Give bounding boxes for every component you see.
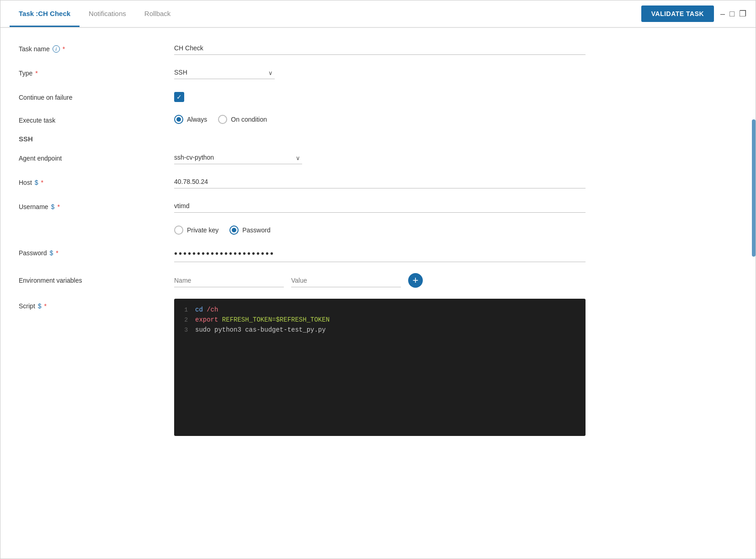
password-input[interactable] — [174, 246, 586, 262]
script-line-2: 2 export REFRESH_TOKEN=$REFRESH_TOKEN — [179, 316, 581, 323]
password-control — [174, 246, 586, 262]
plus-icon: + — [413, 275, 419, 285]
line-number-1: 1 — [179, 306, 188, 313]
type-control: SSH Shell Python ∨ — [174, 66, 586, 79]
type-row: Type * SSH Shell Python ∨ — [19, 66, 737, 79]
username-control — [174, 199, 586, 213]
add-env-variable-button[interactable]: + — [408, 273, 423, 288]
script-label: Script $ * — [19, 299, 174, 310]
restore-button[interactable]: □ — [729, 9, 735, 19]
execute-condition-radio[interactable] — [218, 115, 227, 124]
auth-private-key-radio[interactable] — [174, 226, 183, 235]
export-cmd: export — [195, 316, 218, 323]
agent-endpoint-label: Agent endpoint — [19, 151, 174, 162]
env-name-input[interactable] — [174, 274, 284, 287]
script-row: Script $ * 1 cd /ch 2 — [19, 299, 737, 436]
username-input[interactable] — [174, 199, 586, 213]
line-number-2: 2 — [179, 317, 188, 323]
tab-task[interactable]: Task :CH Check — [10, 1, 80, 27]
env-value-input[interactable] — [291, 274, 401, 287]
execute-always-radio[interactable] — [174, 115, 183, 124]
agent-endpoint-select[interactable]: ssh-cv-python ssh-prod ssh-dev — [174, 151, 302, 164]
auth-private-key-label: Private key — [187, 226, 218, 234]
agent-endpoint-select-wrap: ssh-cv-python ssh-prod ssh-dev ∨ — [174, 151, 302, 164]
ssh-section-heading: SSH — [19, 135, 737, 143]
tab-task-label: Task :CH Check — [19, 10, 70, 17]
auth-type-control: Private key Password — [174, 224, 586, 235]
checkbox-checked[interactable]: ✓ — [174, 92, 184, 102]
minimize-button[interactable]: – — [720, 9, 725, 19]
script-dollar-icon: $ — [38, 302, 42, 310]
auth-password-radio[interactable] — [229, 226, 239, 235]
auth-type-row: Private key Password — [19, 224, 737, 235]
continue-failure-checkbox[interactable]: ✓ — [174, 90, 586, 102]
password-dollar-icon: $ — [49, 249, 53, 257]
code-line-3-content: sudo python3 cas-budget-test_py.py — [195, 326, 326, 333]
execute-task-row: Execute task Always On condition — [19, 113, 737, 124]
auth-type-label — [19, 224, 174, 227]
auth-password-label: Password — [242, 226, 270, 234]
tab-rollback-label: Rollback — [144, 10, 171, 17]
username-label: Username $ * — [19, 199, 174, 210]
tab-bar: Task :CH Check Notifications Rollback VA… — [0, 0, 756, 28]
script-required: * — [44, 302, 47, 310]
task-name-required: * — [63, 45, 65, 53]
host-dollar-icon: $ — [35, 179, 38, 186]
task-name-row: Task name i * — [19, 42, 737, 55]
continue-failure-control: ✓ — [174, 90, 586, 102]
script-line-3: 3 sudo python3 cas-budget-test_py.py — [179, 326, 581, 333]
type-label: Type * — [19, 66, 174, 77]
username-required: * — [57, 203, 59, 210]
env-variables-row-inputs: + — [174, 273, 586, 288]
type-select[interactable]: SSH Shell Python — [174, 66, 275, 79]
task-name-info-icon: i — [53, 45, 60, 53]
host-input[interactable] — [174, 175, 586, 188]
task-name-control — [174, 42, 586, 55]
script-control: 1 cd /ch 2 export REFRESH_TOKEN=$REFRES — [174, 299, 586, 436]
password-label: Password $ * — [19, 246, 174, 257]
cd-cmd: cd — [195, 306, 203, 313]
continue-failure-label: Continue on failure — [19, 90, 174, 101]
form-content: Task name i * Type * SSH Shell Python — [0, 28, 756, 559]
execute-task-radio-group: Always On condition — [174, 113, 586, 124]
task-name-label: Task name i * — [19, 42, 174, 53]
tab-rollback[interactable]: Rollback — [135, 1, 180, 27]
execute-condition-option[interactable]: On condition — [218, 115, 267, 124]
scrollbar-indicator[interactable] — [752, 119, 756, 257]
host-control — [174, 175, 586, 188]
fullscreen-button[interactable]: ❐ — [739, 9, 746, 19]
line-number-3: 3 — [179, 327, 188, 333]
script-editor[interactable]: 1 cd /ch 2 export REFRESH_TOKEN=$REFRES — [174, 299, 586, 436]
type-select-wrap: SSH Shell Python ∨ — [174, 66, 275, 79]
env-variables-control: + — [174, 273, 586, 288]
password-row: Password $ * — [19, 246, 737, 262]
continue-failure-row: Continue on failure ✓ — [19, 90, 737, 102]
host-required: * — [41, 179, 43, 186]
window-controls: – □ ❐ — [720, 9, 746, 19]
host-row: Host $ * — [19, 175, 737, 188]
tab-notifications[interactable]: Notifications — [80, 1, 135, 27]
agent-endpoint-row: Agent endpoint ssh-cv-python ssh-prod ss… — [19, 151, 737, 164]
env-variables-label: Environment variables — [19, 273, 174, 284]
password-required: * — [56, 249, 58, 257]
validate-task-button[interactable]: VALIDATE TASK — [641, 5, 714, 22]
username-dollar-icon: $ — [51, 203, 55, 210]
script-line-1: 1 cd /ch — [179, 306, 581, 313]
task-name-input[interactable] — [174, 42, 586, 55]
auth-type-radio-group: Private key Password — [174, 224, 586, 235]
execute-always-label: Always — [187, 116, 207, 123]
tab-notifications-label: Notifications — [89, 10, 126, 17]
agent-endpoint-control: ssh-cv-python ssh-prod ssh-dev ∨ — [174, 151, 586, 164]
execute-always-option[interactable]: Always — [174, 115, 207, 124]
auth-password-option[interactable]: Password — [229, 226, 270, 235]
checkmark-icon: ✓ — [176, 93, 182, 101]
env-variables-row: Environment variables + — [19, 273, 737, 288]
type-required: * — [35, 70, 37, 77]
execute-task-control: Always On condition — [174, 113, 586, 124]
execute-condition-label: On condition — [231, 116, 267, 123]
export-varname: REFRESH_TOKEN=$REFRESH_TOKEN — [222, 316, 330, 323]
cd-path: /ch — [207, 306, 218, 313]
username-row: Username $ * — [19, 199, 737, 213]
code-line-1-content: cd /ch — [195, 306, 218, 313]
auth-private-key-option[interactable]: Private key — [174, 226, 218, 235]
